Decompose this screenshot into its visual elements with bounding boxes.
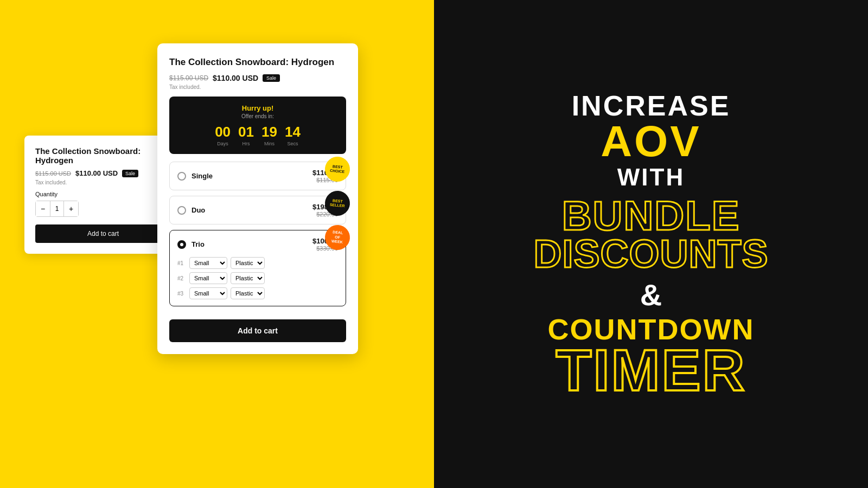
countdown-secs-val: 14 bbox=[285, 125, 301, 139]
countdown-mins: 19 Mins bbox=[261, 125, 277, 146]
countdown-offer: Offer ends in: bbox=[177, 113, 339, 119]
after-sale-badge: Sale bbox=[263, 74, 280, 82]
duo-checkbox[interactable] bbox=[177, 206, 186, 215]
countdown-days-val: 00 bbox=[215, 125, 231, 139]
before-title: The Collection Snowboard: Hydrogen bbox=[35, 146, 171, 165]
before-qty-plus[interactable]: + bbox=[64, 201, 78, 216]
before-qty-value: 1 bbox=[50, 201, 64, 216]
countdown-box: Hurry up! Offer ends in: 00 Days 01 Hrs … bbox=[169, 97, 346, 154]
variant-num-1: #1 bbox=[177, 260, 186, 266]
single-name: Single bbox=[192, 172, 307, 180]
variant-2-material[interactable]: PlasticWoodMetal bbox=[231, 272, 265, 284]
countdown-mins-label: Mins bbox=[264, 141, 275, 146]
variant-row-3: #3 SmallMediumLarge PlasticWoodMetal bbox=[177, 287, 338, 299]
bundle-duo[interactable]: BESTSELLER Duo $198.00 $220.00 bbox=[169, 196, 346, 224]
countdown-hrs-val: 01 bbox=[238, 125, 254, 139]
before-sale-badge: Sale bbox=[122, 170, 138, 177]
single-checkbox[interactable] bbox=[177, 172, 186, 181]
headline-ampersand: & bbox=[640, 277, 662, 312]
countdown-hurry: Hurry up! bbox=[177, 104, 339, 112]
countdown-hrs-label: Hrs bbox=[242, 141, 250, 146]
trio-checkbox[interactable] bbox=[177, 240, 186, 249]
headline-bundle: BUNDLE bbox=[562, 196, 741, 235]
before-tax: Tax included. bbox=[35, 179, 171, 185]
countdown-mins-val: 19 bbox=[261, 125, 277, 139]
before-qty-minus[interactable]: − bbox=[36, 201, 50, 216]
before-add-to-cart[interactable]: Add to cart bbox=[35, 224, 171, 243]
countdown-days: 00 Days bbox=[215, 125, 231, 146]
countdown-secs-label: Secs bbox=[287, 141, 298, 146]
headline-discounts: DISCOUNTS bbox=[533, 235, 768, 272]
headline-timer: TIMER bbox=[556, 344, 746, 396]
before-new-price: $110.00 USD bbox=[75, 169, 118, 177]
variant-row-1: #1 SmallMediumLarge PlasticWoodMetal bbox=[177, 257, 338, 269]
variant-3-material[interactable]: PlasticWoodMetal bbox=[231, 287, 265, 299]
after-tax: Tax included. bbox=[169, 84, 346, 90]
bundle-trio[interactable]: DEALOFWEEK Trio $100.00 $330.00 #1 Small… bbox=[169, 230, 346, 306]
variant-num-2: #2 bbox=[177, 275, 186, 281]
variant-row-2: #2 SmallMediumLarge PlasticWoodMetal bbox=[177, 272, 338, 284]
variant-num-3: #3 bbox=[177, 291, 186, 297]
bundle-single[interactable]: BESTCHOICE Single $110.00 $115.00 bbox=[169, 162, 346, 190]
after-title: The Collection Snowboard: Hydrogen bbox=[169, 56, 346, 68]
variant-3-size[interactable]: SmallMediumLarge bbox=[189, 287, 227, 299]
countdown-hrs: 01 Hrs bbox=[238, 125, 254, 146]
countdown-secs: 14 Secs bbox=[285, 125, 301, 146]
countdown-digits: 00 Days 01 Hrs 19 Mins 14 Secs bbox=[177, 125, 339, 146]
right-panel: INCREASE AOV WITH BUNDLE DISCOUNTS & COU… bbox=[434, 0, 868, 488]
duo-name: Duo bbox=[192, 206, 307, 214]
headline-with: WITH bbox=[617, 163, 685, 192]
after-old-price: $115.00 USD bbox=[169, 74, 208, 82]
after-card: The Collection Snowboard: Hydrogen $115.… bbox=[157, 43, 358, 354]
trio-name: Trio bbox=[192, 240, 307, 248]
after-new-price: $110.00 USD bbox=[213, 74, 258, 82]
before-old-price: $115.00 USD bbox=[35, 170, 71, 177]
variant-1-material[interactable]: PlasticWoodMetal bbox=[231, 257, 265, 269]
left-panel: The Collection Snowboard: Hydrogen $115.… bbox=[0, 0, 434, 488]
headline-aov: AOV bbox=[601, 120, 701, 163]
after-add-to-cart[interactable]: Add to cart bbox=[169, 319, 346, 342]
variant-1-size[interactable]: SmallMediumLarge bbox=[189, 257, 227, 269]
before-qty-label: Quantity bbox=[35, 191, 171, 197]
before-quantity-control: − 1 + bbox=[35, 201, 79, 217]
countdown-days-label: Days bbox=[217, 141, 228, 146]
variant-2-size[interactable]: SmallMediumLarge bbox=[189, 272, 227, 284]
trio-variants: #1 SmallMediumLarge PlasticWoodMetal #2 … bbox=[177, 257, 338, 299]
headline-increase: INCREASE bbox=[572, 92, 731, 120]
